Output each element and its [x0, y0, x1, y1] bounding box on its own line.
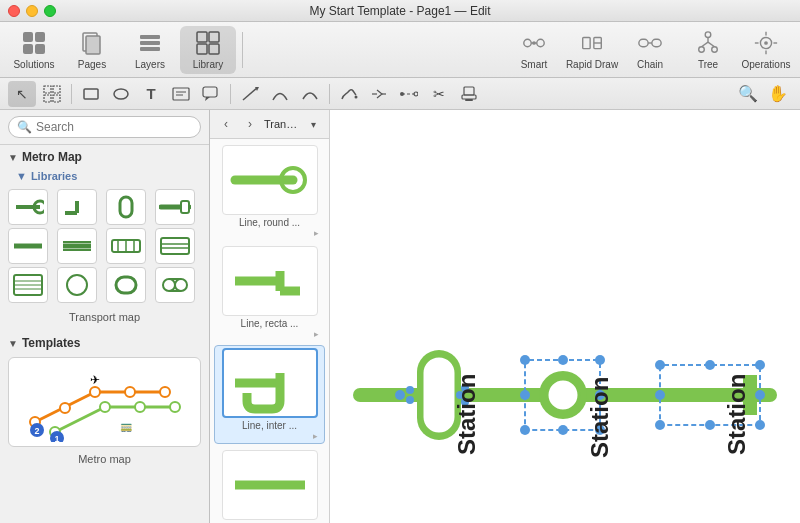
svg-point-118: [406, 386, 414, 394]
layers-button[interactable]: Layers: [122, 26, 178, 74]
top-toolbar: Solutions Pages Layers: [0, 22, 800, 78]
minimize-button[interactable]: [26, 5, 38, 17]
select-tool[interactable]: ↖: [8, 81, 36, 107]
search-input-wrap[interactable]: 🔍: [8, 116, 201, 138]
lib-item-9[interactable]: [8, 267, 48, 303]
expand-line-round: ▸: [314, 228, 323, 238]
svg-rect-12: [209, 44, 219, 54]
svg-rect-17: [583, 37, 590, 48]
svg-point-13: [524, 39, 531, 46]
search-canvas-button[interactable]: 🔍: [734, 81, 762, 107]
svg-point-82: [175, 279, 187, 291]
svg-rect-39: [84, 89, 98, 99]
tree-button[interactable]: Tree: [680, 26, 736, 74]
svg-point-133: [520, 390, 530, 400]
scissors-tool[interactable]: ✂: [425, 81, 453, 107]
svg-point-40: [114, 89, 128, 99]
svg-point-141: [755, 390, 765, 400]
svg-point-126: [520, 355, 530, 365]
shape-item-line-round[interactable]: Line, round ... ▸: [214, 143, 325, 240]
maximize-button[interactable]: [44, 5, 56, 17]
svg-point-144: [655, 420, 665, 430]
solutions-button[interactable]: Solutions: [6, 26, 62, 74]
svg-rect-2: [23, 44, 33, 54]
chain-button[interactable]: Chain: [622, 26, 678, 74]
svg-point-128: [595, 355, 605, 365]
shape-name-line-inter: Line, inter ...: [242, 420, 297, 431]
libraries-section[interactable]: ▼ Libraries: [0, 167, 209, 185]
shape-nav-forward[interactable]: ›: [240, 114, 260, 134]
line-tool[interactable]: [236, 81, 264, 107]
search-bar: 🔍: [0, 110, 209, 145]
hand-tool[interactable]: ✋: [764, 81, 792, 107]
svg-rect-115: [422, 356, 456, 434]
svg-point-52: [400, 92, 404, 96]
metro-map-chevron: ▼: [8, 152, 18, 163]
metro-map-template[interactable]: ✈ 🚃 2 1: [8, 357, 201, 447]
panel-content[interactable]: ▼ Metro Map ▼ Libraries: [0, 145, 209, 523]
svg-rect-6: [140, 35, 160, 39]
svg-point-132: [520, 425, 530, 435]
svg-line-25: [702, 42, 709, 47]
svg-rect-63: [181, 201, 189, 213]
shape-item-line-recta[interactable]: Line, recta ... ▸: [214, 244, 325, 341]
tree-icon: [695, 30, 721, 56]
lib-item-7[interactable]: [106, 228, 146, 264]
titlebar: My Start Template - Page1 — Edit: [0, 0, 800, 22]
pages-button[interactable]: Pages: [64, 26, 120, 74]
svg-rect-21: [652, 39, 661, 46]
text-tool[interactable]: T: [137, 81, 165, 107]
rect-tool[interactable]: [77, 81, 105, 107]
shape-preview-line-inter: [222, 348, 318, 418]
svg-text:✈: ✈: [90, 373, 100, 387]
lib-item-8[interactable]: [155, 228, 195, 264]
shape-item-line[interactable]: Line ▸: [214, 448, 325, 523]
lib-item-6[interactable]: [57, 228, 97, 264]
smart-line-tool[interactable]: [365, 81, 393, 107]
lib-item-5[interactable]: [8, 228, 48, 264]
library-button[interactable]: Library: [180, 26, 236, 74]
pages-icon: [79, 30, 105, 56]
smart-button[interactable]: Smart: [506, 26, 562, 74]
stamp-tool[interactable]: [455, 81, 483, 107]
shape-item-line-inter[interactable]: Line, inter ... ▸: [214, 345, 325, 444]
search-input[interactable]: [36, 120, 192, 134]
lib-item-10[interactable]: [57, 267, 97, 303]
toolbar-right: Smart Rapid Draw Chain: [506, 26, 794, 74]
connector-tool[interactable]: [395, 81, 423, 107]
multi-select-tool[interactable]: [38, 81, 66, 107]
lib-item-12[interactable]: [155, 267, 195, 303]
lib-item-2[interactable]: [57, 189, 97, 225]
rapid-draw-label: Rapid Draw: [566, 59, 618, 70]
shapes-list[interactable]: Line, round ... ▸ Line, recta ... ▸: [210, 139, 329, 523]
close-button[interactable]: [8, 5, 20, 17]
svg-rect-54: [464, 87, 474, 95]
draw-toolbar-right: 🔍 ✋: [734, 81, 792, 107]
svg-rect-10: [209, 32, 219, 42]
textbox-tool[interactable]: [167, 81, 195, 107]
templates-section[interactable]: ▼ Templates: [0, 331, 209, 353]
svg-point-92: [125, 387, 135, 397]
svg-point-140: [755, 360, 765, 370]
freehand-tool[interactable]: [335, 81, 363, 107]
draw-toolbar: ↖ T ✂ 🔍 ✋: [0, 78, 800, 110]
lib-item-3[interactable]: [106, 189, 146, 225]
operations-button[interactable]: Operations: [738, 26, 794, 74]
lib-item-11[interactable]: [106, 267, 146, 303]
rapid-draw-button[interactable]: Rapid Draw: [564, 26, 620, 74]
ellipse-tool[interactable]: [107, 81, 135, 107]
arc-tool[interactable]: [296, 81, 324, 107]
canvas[interactable]: Station Station: [330, 110, 800, 523]
shape-nav-back[interactable]: ‹: [216, 114, 236, 134]
library-icon: [195, 30, 221, 56]
main-content: 🔍 ▼ Metro Map ▼ Libraries: [0, 110, 800, 523]
shape-dropdown-button[interactable]: ▾: [303, 114, 323, 134]
lib-item-4[interactable]: [155, 189, 195, 225]
metro-map-section[interactable]: ▼ Metro Map: [0, 145, 209, 167]
shape-preview-line: [222, 450, 318, 520]
lib-item-1[interactable]: [8, 189, 48, 225]
callout-tool[interactable]: [197, 81, 225, 107]
svg-line-46: [243, 88, 257, 100]
library-label: Library: [193, 59, 224, 70]
curve-tool[interactable]: [266, 81, 294, 107]
